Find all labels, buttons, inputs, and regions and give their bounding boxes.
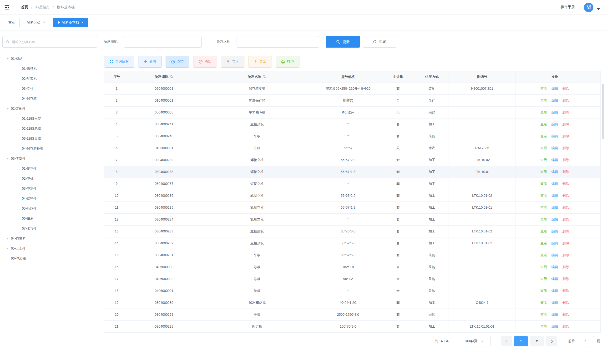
tree-item[interactable]: 04-结构件 <box>2 194 97 204</box>
edit-link[interactable]: 编辑 <box>552 229 558 233</box>
delete-link[interactable]: 删除 <box>562 158 569 162</box>
tree-item[interactable]: 01-成品 <box>2 54 97 64</box>
close-icon[interactable] <box>81 21 84 24</box>
prev-page-button[interactable] <box>501 336 512 346</box>
edit-link[interactable]: 编辑 <box>552 110 558 114</box>
tree-item[interactable]: 02-装配件 <box>2 104 97 114</box>
delete-link[interactable]: 删除 <box>562 229 569 233</box>
tree-item[interactable]: 03-118S集成 <box>2 134 97 144</box>
caret-icon[interactable] <box>5 237 10 240</box>
edit-link[interactable]: 编辑 <box>552 134 558 138</box>
delete-link[interactable]: 删除 <box>562 99 569 102</box>
delete-link[interactable]: 删除 <box>562 206 569 209</box>
edit-link[interactable]: 编辑 <box>552 206 558 209</box>
import-button[interactable]: 导入 <box>221 56 244 67</box>
delete-link[interactable]: 删除 <box>562 277 569 281</box>
goto-page-input[interactable] <box>578 336 594 346</box>
manual-link[interactable]: 操作手册 <box>561 5 575 10</box>
check-duplicate-button[interactable]: 查重 <box>166 56 189 67</box>
edit-link[interactable]: 编辑 <box>552 218 558 221</box>
view-link[interactable]: 查看 <box>540 289 547 293</box>
user-dropdown-caret-icon[interactable] <box>597 8 600 10</box>
delete-link[interactable]: 删除 <box>562 110 569 114</box>
view-link[interactable]: 查看 <box>540 312 547 316</box>
view-link[interactable]: 查看 <box>540 325 547 328</box>
export-button[interactable]: 导出 <box>248 56 272 67</box>
edit-link[interactable]: 编辑 <box>552 265 558 269</box>
column-search-icon[interactable] <box>170 75 173 78</box>
delete-link[interactable]: 删除 <box>562 194 569 197</box>
tab-material-category[interactable]: 物料分类 <box>23 18 50 27</box>
tree-item[interactable]: 07-水气件 <box>2 224 97 234</box>
add-button[interactable]: 新增 <box>138 56 162 67</box>
tree-item[interactable]: 04-保存箱框架 <box>2 144 97 154</box>
view-link[interactable]: 查看 <box>540 122 547 126</box>
reset-button[interactable]: 重置 <box>363 36 396 48</box>
tree-item[interactable]: 04-保存箱 <box>2 94 97 104</box>
edit-link[interactable]: 编辑 <box>552 170 558 174</box>
edit-link[interactable]: 编辑 <box>552 277 558 281</box>
delete-link[interactable]: 删除 <box>562 134 569 138</box>
view-link[interactable]: 查看 <box>540 110 547 114</box>
edit-link[interactable]: 编辑 <box>552 289 558 293</box>
tree-item[interactable]: 01-传动件 <box>2 164 97 174</box>
edit-link[interactable]: 编辑 <box>552 312 558 316</box>
delete-link[interactable]: 删除 <box>562 312 569 316</box>
delete-link[interactable]: 删除 <box>562 253 569 257</box>
view-link[interactable]: 查看 <box>540 253 547 257</box>
print-button[interactable]: 打印 <box>276 56 300 67</box>
delete-link[interactable]: 删除 <box>562 170 569 174</box>
edit-link[interactable]: 编辑 <box>552 146 558 150</box>
column-search-icon[interactable] <box>263 75 266 78</box>
avatar[interactable]: M <box>583 2 594 13</box>
delete-link[interactable]: 删除 <box>562 301 569 305</box>
caret-icon[interactable] <box>5 108 10 109</box>
edit-link[interactable]: 编辑 <box>552 158 558 162</box>
tree-item[interactable]: 05-五金件 <box>2 244 97 254</box>
view-link[interactable]: 查看 <box>540 182 547 186</box>
edit-link[interactable]: 编辑 <box>552 325 558 328</box>
view-link[interactable]: 查看 <box>540 99 547 102</box>
view-link[interactable]: 查看 <box>540 241 547 245</box>
vertical-scrollbar[interactable] <box>602 84 604 139</box>
delete-link[interactable]: 删除 <box>562 218 569 221</box>
name-filter-input[interactable] <box>236 36 319 48</box>
search-button[interactable]: 搜索 <box>326 36 360 48</box>
tree-item[interactable]: 04-原材料 <box>2 234 97 244</box>
edit-link[interactable]: 编辑 <box>552 301 558 305</box>
tree-item[interactable]: 06-轴承 <box>2 214 97 224</box>
tree-item[interactable]: 03-电器件 <box>2 184 97 194</box>
close-icon[interactable] <box>43 21 45 24</box>
view-link[interactable]: 查看 <box>540 134 547 138</box>
view-link[interactable]: 查看 <box>540 206 547 209</box>
tree-item[interactable]: 01-纸杯机 <box>2 64 97 74</box>
edit-link[interactable]: 编辑 <box>552 99 558 102</box>
view-link[interactable]: 查看 <box>540 170 547 174</box>
page-size-select[interactable]: 100条/页 <box>457 336 491 346</box>
view-link[interactable]: 查看 <box>540 229 547 233</box>
view-link[interactable]: 查看 <box>540 277 547 281</box>
edit-link[interactable]: 编辑 <box>552 241 558 245</box>
delete-link[interactable]: 删除 <box>562 325 569 328</box>
view-link[interactable]: 查看 <box>540 158 547 162</box>
tree-item[interactable]: 02-电机 <box>2 174 97 184</box>
collapse-menu-icon[interactable] <box>4 5 11 10</box>
category-search-input[interactable] <box>12 40 94 44</box>
caret-icon[interactable] <box>5 247 10 250</box>
edit-link[interactable]: 编辑 <box>552 182 558 186</box>
delete-link[interactable]: 删除 <box>562 265 569 269</box>
tab-home[interactable]: 首页 <box>4 18 20 27</box>
view-link[interactable]: 查看 <box>540 194 547 197</box>
delete-link[interactable]: 删除 <box>562 87 569 91</box>
edit-link[interactable]: 编辑 <box>552 253 558 257</box>
tree-item[interactable]: 03-零部件 <box>2 154 97 164</box>
tree-item[interactable]: 02-配套机 <box>2 74 97 84</box>
page-2-button[interactable]: 2 <box>530 336 544 346</box>
tree-item[interactable]: 02-118S总成 <box>2 124 97 134</box>
edit-link[interactable]: 编辑 <box>552 194 558 197</box>
edit-link[interactable]: 编辑 <box>552 122 558 126</box>
tree-item[interactable]: 03-立柱 <box>2 84 97 94</box>
delete-link[interactable]: 删除 <box>562 182 569 186</box>
view-link[interactable]: 查看 <box>540 265 547 269</box>
view-link[interactable]: 查看 <box>540 301 547 305</box>
